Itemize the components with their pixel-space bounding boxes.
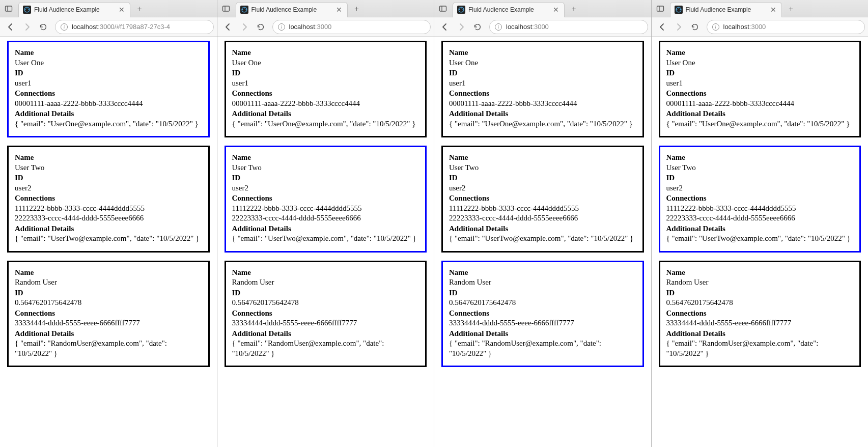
svg-point-13 <box>243 7 244 8</box>
connection-id: 33334444-dddd-5555-eeee-6666ffff7777 <box>232 318 419 328</box>
info-icon[interactable]: i <box>495 23 502 31</box>
id-label: ID <box>666 173 854 183</box>
forward-button[interactable] <box>19 19 35 35</box>
connections-label: Connections <box>666 193 854 204</box>
details-value: { "email": "RandomUser@example.com", "da… <box>15 339 202 358</box>
titlebar: Fluid Audience Example ✕ + <box>217 0 434 17</box>
details-value: { "email": "UserOne@example.com", "date"… <box>15 119 202 129</box>
svg-rect-21 <box>657 6 663 11</box>
favicon-icon <box>457 6 465 14</box>
id-value: 0.5647620175642478 <box>15 298 202 308</box>
connections-label: Connections <box>232 89 419 99</box>
reload-button[interactable] <box>470 19 485 35</box>
id-value: user1 <box>666 78 854 89</box>
svg-point-11 <box>242 9 243 10</box>
tab-actions-button[interactable] <box>654 2 667 15</box>
name-label: Name <box>232 153 419 163</box>
connection-id: 11112222-bbbb-3333-cccc-4444dddd5555 <box>666 204 854 214</box>
id-value: user1 <box>15 78 202 89</box>
browser-tab[interactable]: Fluid Audience Example ✕ <box>453 2 565 17</box>
connection-id: 00001111-aaaa-2222-bbbb-3333cccc4444 <box>449 99 636 109</box>
tab-actions-button[interactable] <box>2 2 15 15</box>
svg-point-27 <box>678 7 679 8</box>
reload-button[interactable] <box>253 19 268 35</box>
details-value: { "email": "RandomUser@example.com", "da… <box>232 339 419 358</box>
reload-button[interactable] <box>36 19 51 35</box>
info-icon[interactable]: i <box>712 23 719 31</box>
connection-id: 00001111-aaaa-2222-bbbb-3333cccc4444 <box>232 99 419 109</box>
new-tab-button[interactable]: + <box>784 2 798 16</box>
connection-id: 22223333-cccc-4444-dddd-5555eeee6666 <box>449 213 636 224</box>
forward-button[interactable] <box>671 19 686 35</box>
close-icon[interactable]: ✕ <box>769 6 777 14</box>
id-value: user2 <box>449 183 636 193</box>
name-value: User Two <box>15 163 202 173</box>
name-value: User Two <box>449 163 636 173</box>
connections-label: Connections <box>232 309 419 319</box>
tab-actions-button[interactable] <box>436 2 450 15</box>
name-label: Name <box>449 48 636 58</box>
browser-tab[interactable]: Fluid Audience Example ✕ <box>236 2 348 17</box>
address-bar[interactable]: i localhost:3000 <box>272 20 431 34</box>
details-label: Additional Details <box>232 224 419 234</box>
page-content: Name User One ID user1 Connections 00001… <box>652 37 869 447</box>
connections-label: Connections <box>232 193 419 204</box>
id-value: user1 <box>449 78 636 89</box>
audience-member-card: Name User Two ID user2 Connections 11112… <box>441 146 644 253</box>
address-bar[interactable]: i localhost:3000 <box>707 20 865 34</box>
forward-button[interactable] <box>237 19 252 35</box>
svg-point-5 <box>28 9 29 10</box>
audience-member-card: Name User Two ID user2 Connections 11112… <box>7 146 210 253</box>
details-label: Additional Details <box>449 224 636 234</box>
forward-button[interactable] <box>454 19 469 35</box>
details-value: { "email": "UserTwo@example.com", "date"… <box>15 234 202 244</box>
back-button[interactable] <box>655 19 670 35</box>
tab-actions-button[interactable] <box>219 2 233 15</box>
name-label: Name <box>15 268 202 278</box>
back-button[interactable] <box>437 19 453 35</box>
details-value: { "email": "UserOne@example.com", "date"… <box>449 119 636 129</box>
name-value: User One <box>449 58 636 68</box>
close-icon[interactable]: ✕ <box>335 6 343 14</box>
info-icon[interactable]: i <box>61 23 68 31</box>
name-value: User One <box>15 58 202 68</box>
page-content: Name User One ID user1 Connections 00001… <box>434 37 651 447</box>
new-tab-button[interactable]: + <box>132 2 147 16</box>
browser-window: Fluid Audience Example ✕ + i localhost:3… <box>217 0 435 447</box>
url-text: localhost:3000 <box>723 23 766 31</box>
toolbar: i localhost:3000 <box>434 17 651 37</box>
info-icon[interactable]: i <box>278 23 285 31</box>
address-bar[interactable]: i localhost:3000/#f1798a87-27c3-4 <box>55 20 214 34</box>
url-text: localhost:3000 <box>289 23 332 31</box>
favicon-icon <box>23 6 31 14</box>
connections-label: Connections <box>15 89 202 99</box>
name-label: Name <box>15 48 202 58</box>
svg-point-6 <box>26 7 27 8</box>
id-label: ID <box>15 68 202 78</box>
svg-rect-7 <box>222 6 229 11</box>
id-label: ID <box>15 288 202 298</box>
details-label: Additional Details <box>666 109 854 119</box>
details-label: Additional Details <box>449 109 636 119</box>
browser-window: Fluid Audience Example ✕ + i localhost:3… <box>652 0 869 447</box>
svg-point-18 <box>459 9 460 10</box>
back-button[interactable] <box>3 19 18 35</box>
tab-title: Fluid Audience Example <box>251 6 332 13</box>
details-label: Additional Details <box>15 329 202 339</box>
tab-title: Fluid Audience Example <box>468 6 549 13</box>
new-tab-button[interactable]: + <box>350 2 364 16</box>
details-label: Additional Details <box>232 329 419 339</box>
browser-tab[interactable]: Fluid Audience Example ✕ <box>18 2 130 17</box>
browser-tab[interactable]: Fluid Audience Example ✕ <box>670 2 782 17</box>
connections-label: Connections <box>449 89 636 99</box>
close-icon[interactable]: ✕ <box>118 6 126 14</box>
id-value: user2 <box>15 183 202 193</box>
favicon-icon <box>675 6 683 14</box>
name-label: Name <box>449 268 636 278</box>
address-bar[interactable]: i localhost:3000 <box>489 20 648 34</box>
titlebar: Fluid Audience Example ✕ + <box>652 0 869 17</box>
new-tab-button[interactable]: + <box>567 2 581 16</box>
back-button[interactable] <box>220 19 236 35</box>
reload-button[interactable] <box>687 19 703 35</box>
close-icon[interactable]: ✕ <box>552 6 560 14</box>
